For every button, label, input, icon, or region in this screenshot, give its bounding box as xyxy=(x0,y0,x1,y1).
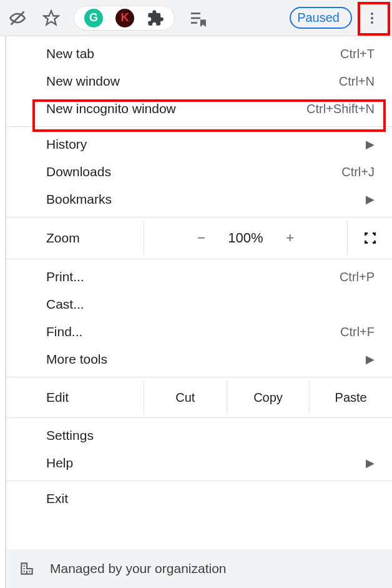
menu-shortcut: Ctrl+T xyxy=(340,47,375,61)
menu-label: History xyxy=(46,137,366,152)
menu-label: Exit xyxy=(46,491,375,506)
edit-label: Edit xyxy=(6,381,144,414)
menu-label: Find... xyxy=(46,324,340,339)
chevron-right-icon: ▶ xyxy=(366,456,375,470)
svg-marker-1 xyxy=(44,11,58,24)
menu-item-edit: Edit Cut Copy Paste xyxy=(6,381,392,414)
menu-label: Bookmarks xyxy=(46,192,366,207)
menu-label: New incognito window xyxy=(46,101,306,116)
zoom-out-button[interactable]: − xyxy=(192,230,210,246)
menu-label: More tools xyxy=(46,352,366,367)
menu-item-bookmarks[interactable]: Bookmarks ▶ xyxy=(6,186,392,213)
menu-label: New tab xyxy=(46,46,340,61)
svg-point-7 xyxy=(371,21,373,24)
menu-item-find[interactable]: Find... Ctrl+F xyxy=(6,318,392,346)
extensions-pill: G K xyxy=(74,6,175,31)
menu-shortcut: Ctrl+F xyxy=(340,325,375,339)
zoom-label: Zoom xyxy=(6,222,144,254)
profile-paused-pill[interactable]: Paused xyxy=(290,7,352,29)
svg-point-6 xyxy=(371,17,373,19)
reading-list-icon[interactable] xyxy=(186,7,208,29)
menu-label: Cast... xyxy=(46,297,375,312)
menu-item-print[interactable]: Print... Ctrl+P xyxy=(6,263,392,291)
browser-toolbar: G K Paused xyxy=(0,0,392,36)
domain-icon xyxy=(19,561,35,577)
menu-item-exit[interactable]: Exit xyxy=(6,485,392,512)
menu-label: Settings xyxy=(46,428,375,443)
menu-item-help[interactable]: Help ▶ xyxy=(6,449,392,477)
svg-point-5 xyxy=(371,12,373,15)
menu-item-more-tools[interactable]: More tools ▶ xyxy=(6,346,392,373)
copy-button[interactable]: Copy xyxy=(227,381,310,414)
menu-label: Help xyxy=(46,456,366,471)
fullscreen-button[interactable] xyxy=(347,221,392,255)
menu-item-new-incognito[interactable]: New incognito window Ctrl+Shift+N xyxy=(6,95,392,122)
menu-label: New window xyxy=(46,74,339,89)
menu-shortcut: Ctrl+J xyxy=(341,165,375,179)
k-ext-icon[interactable]: K xyxy=(115,9,134,27)
chrome-main-menu: New tab Ctrl+T New window Ctrl+N New inc… xyxy=(5,36,392,588)
menu-item-zoom: Zoom − 100% + xyxy=(6,221,392,255)
menu-item-new-tab[interactable]: New tab Ctrl+T xyxy=(6,40,392,67)
cut-button[interactable]: Cut xyxy=(144,381,227,414)
paste-button[interactable]: Paste xyxy=(309,381,392,414)
menu-shortcut: Ctrl+Shift+N xyxy=(306,102,375,116)
extensions-icon[interactable] xyxy=(147,9,164,27)
menu-label: Downloads xyxy=(46,164,341,179)
zoom-in-button[interactable]: + xyxy=(281,230,300,246)
chevron-right-icon: ▶ xyxy=(366,192,375,206)
menu-item-downloads[interactable]: Downloads Ctrl+J xyxy=(6,158,392,186)
star-outline-icon[interactable] xyxy=(40,7,62,29)
grammarly-ext-icon[interactable]: G xyxy=(84,9,103,27)
menu-item-history[interactable]: History ▶ xyxy=(6,131,392,158)
chevron-right-icon: ▶ xyxy=(366,137,375,151)
menu-item-settings[interactable]: Settings xyxy=(6,422,392,449)
menu-item-new-window[interactable]: New window Ctrl+N xyxy=(6,67,392,95)
managed-label: Managed by your organization xyxy=(50,561,227,576)
managed-footer[interactable]: Managed by your organization xyxy=(6,549,392,588)
paused-label: Paused xyxy=(297,11,340,25)
chevron-right-icon: ▶ xyxy=(366,352,375,366)
more-menu-button[interactable] xyxy=(358,4,386,32)
menu-item-cast[interactable]: Cast... xyxy=(6,291,392,318)
menu-label: Print... xyxy=(46,269,340,284)
menu-shortcut: Ctrl+N xyxy=(339,74,375,89)
zoom-value: 100% xyxy=(228,230,263,246)
price-track-off-icon[interactable] xyxy=(6,7,29,29)
menu-shortcut: Ctrl+P xyxy=(340,270,375,284)
